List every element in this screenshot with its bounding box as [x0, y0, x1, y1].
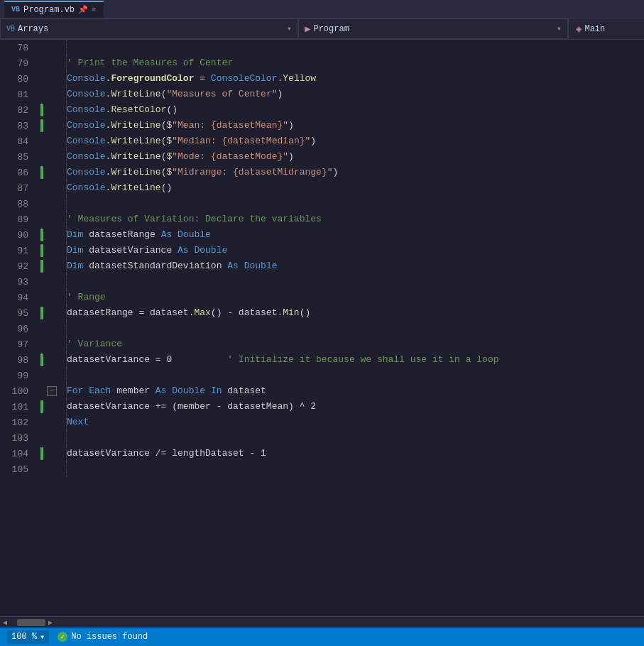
green-bar — [40, 166, 43, 179]
indent-guide — [57, 71, 67, 87]
line-indicator — [37, 447, 47, 460]
arrays-dropdown[interactable]: VB Arrays ▾ — [0, 18, 298, 39]
table-row: 93 — [0, 274, 644, 290]
green-bar — [40, 307, 43, 319]
status-issues: ✓ No issues found — [58, 632, 148, 642]
table-row: 100− For Each member As Double In datase… — [0, 383, 644, 399]
table-row: 82 Console.ResetColor() — [0, 102, 644, 118]
line-number: 105 — [0, 464, 37, 475]
code-rows: 7879 ' Print the Measures of Center80 Co… — [0, 40, 644, 477]
program-dropdown[interactable]: ▶ Program ▾ — [298, 18, 568, 39]
table-row: 105 — [0, 461, 644, 477]
indent-guide — [57, 446, 67, 461]
table-row: 103 — [0, 430, 644, 446]
indent-guide — [57, 55, 67, 71]
code-line: datasetVariance += (member - datasetMean… — [67, 399, 316, 415]
indent-guide — [57, 165, 67, 180]
green-bar — [40, 229, 43, 241]
indent-guide — [57, 243, 67, 258]
table-row: 78 — [0, 40, 644, 55]
table-row: 84 Console.WriteLine($"Median: {datasetM… — [0, 133, 644, 149]
code-line: ' Print the Measures of Center — [67, 55, 233, 71]
arrays-dropdown-chevron: ▾ — [287, 23, 292, 34]
table-row: 91 Dim datasetVariance As Double — [0, 243, 644, 258]
line-number: 78 — [0, 43, 37, 53]
status-bar: 100 % ▾ ✓ No issues found — [0, 628, 644, 646]
horizontal-scrollbar[interactable]: ◀ ▶ — [0, 616, 644, 628]
zoom-control[interactable]: 100 % ▾ — [7, 630, 49, 644]
green-bar — [40, 244, 43, 257]
line-number: 99 — [0, 371, 37, 381]
code-line: ' Measures of Variation: Declare the var… — [67, 212, 322, 227]
scroll-left-arrow[interactable]: ◀ — [0, 618, 10, 627]
green-bar — [40, 260, 43, 273]
indent-guide — [57, 290, 67, 305]
scroll-right-arrow[interactable]: ▶ — [45, 618, 55, 627]
zoom-chevron: ▾ — [40, 632, 45, 642]
line-number: 98 — [0, 355, 37, 366]
table-row: 86 Console.WriteLine($"Midrange: {datase… — [0, 165, 644, 180]
green-bar — [40, 354, 43, 366]
program-dropdown-label: Program — [313, 24, 349, 34]
code-line: Dim datasetVariance As Double — [67, 243, 227, 258]
indent-guide — [57, 180, 67, 196]
line-number: 85 — [0, 152, 37, 163]
indent-guide — [57, 118, 67, 133]
close-tab-button[interactable]: × — [92, 6, 97, 14]
line-number: 81 — [0, 89, 37, 100]
code-line: Next — [67, 415, 89, 430]
line-indicator — [37, 260, 47, 273]
editor-container: 7879 ' Print the Measures of Center80 Co… — [0, 40, 644, 628]
indent-guide — [57, 196, 67, 212]
table-row: 85 Console.WriteLine($"Mode: {datasetMod… — [0, 149, 644, 165]
line-number: 93 — [0, 277, 37, 288]
toolbar-row: VB Arrays ▾ ▶ Program ▾ ◈ Main — [0, 18, 644, 40]
code-line: Console.WriteLine("Measures of Center") — [67, 87, 283, 102]
code-line: Console.WriteLine() — [67, 180, 172, 196]
table-row: 97 ' Variance — [0, 336, 644, 352]
line-number: 102 — [0, 417, 37, 428]
line-number: 83 — [0, 121, 37, 131]
line-indicator — [37, 104, 47, 116]
table-row: 88 — [0, 196, 644, 212]
table-row: 104 datasetVariance /= lengthDataset - 1 — [0, 446, 644, 461]
line-indicator — [37, 119, 47, 132]
fold-area[interactable]: − — [47, 386, 57, 396]
indent-guide — [57, 336, 67, 352]
code-line: datasetVariance /= lengthDataset - 1 — [67, 446, 266, 461]
code-line: Console.WriteLine($"Mean: {datasetMean}"… — [67, 118, 294, 133]
indent-guide — [57, 305, 67, 321]
title-tab[interactable]: VB Program.vb 📌 × — [4, 1, 104, 18]
table-row: 80 Console.ForegroundColor = ConsoleColo… — [0, 71, 644, 87]
code-line: For Each member As Double In dataset — [67, 383, 266, 399]
indent-guide — [57, 415, 67, 430]
indent-guide — [57, 87, 67, 102]
table-row: 89 ' Measures of Variation: Declare the … — [0, 212, 644, 227]
indent-guide — [57, 383, 67, 399]
table-row: 95 datasetRange = dataset.Max() - datase… — [0, 305, 644, 321]
pin-icon[interactable]: 📌 — [78, 5, 88, 14]
program-dropdown-chevron: ▾ — [557, 23, 562, 34]
code-line: Console.WriteLine($"Median: {datasetMedi… — [67, 133, 316, 149]
green-bar — [40, 104, 43, 116]
table-row: 83 Console.WriteLine($"Mean: {datasetMea… — [0, 118, 644, 133]
line-number: 100 — [0, 386, 37, 397]
line-number: 94 — [0, 292, 37, 303]
indent-guide — [57, 227, 67, 243]
line-number: 80 — [0, 74, 37, 84]
vb-small-icon: VB — [6, 25, 15, 33]
line-number: 91 — [0, 246, 37, 256]
line-indicator — [37, 307, 47, 319]
code-line: Console.ResetColor() — [67, 102, 178, 118]
line-indicator — [37, 229, 47, 241]
indent-guide — [57, 212, 67, 227]
table-row: 99 — [0, 368, 644, 383]
indent-guide — [57, 352, 67, 368]
code-line: ' Variance — [67, 336, 122, 352]
code-scroll-area[interactable]: 7879 ' Print the Measures of Center80 Co… — [0, 40, 644, 616]
code-line: Dim datasetStandardDeviation As Double — [67, 258, 277, 274]
line-number: 92 — [0, 261, 37, 272]
main-text: Main — [584, 24, 605, 34]
scroll-thumb[interactable] — [17, 619, 45, 626]
line-indicator — [37, 244, 47, 257]
